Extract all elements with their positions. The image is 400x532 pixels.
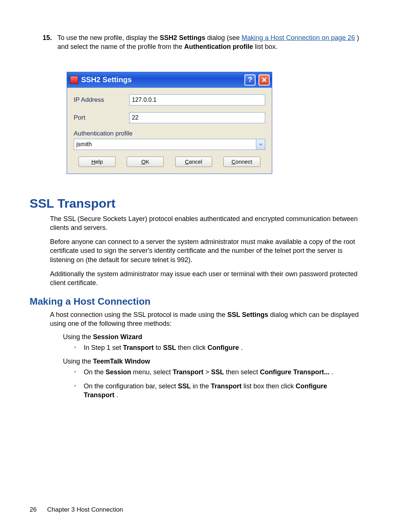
chevron-down-icon (259, 143, 263, 146)
using-teemtalk-window: Using the TeemTalk Window (63, 358, 359, 365)
chapter-label: Chapter 3 Host Connection (47, 506, 123, 513)
step-text: To use the new profile, display the SSH2… (57, 34, 359, 50)
page-number: 26 (30, 506, 37, 513)
using-session-wizard: Using the Session Wizard (63, 333, 359, 341)
connect-button[interactable]: Connect (223, 157, 260, 167)
titlebar-help-button[interactable]: ? (244, 74, 256, 86)
ip-address-input[interactable]: 127.0.0.1 (129, 94, 265, 106)
bullet-step1-configure: In Step 1 set Transport to SSL then clic… (74, 343, 359, 352)
step-15: 15. To use the new profile, display the … (57, 33, 359, 51)
ssl-paragraph-2: Before anyone can connect to a server th… (50, 237, 359, 264)
port-label: Port (74, 114, 129, 121)
link-making-host-connection[interactable]: Making a Host Connection on page 26 (241, 34, 355, 41)
auth-profile-combo[interactable]: jsmith (74, 139, 256, 150)
ok-button[interactable]: OK (127, 157, 164, 167)
ssh2-settings-dialog: SSH2 Settings ? ✕ IP Address 127.0.0.1 P… (67, 72, 272, 174)
making-intro: A host connection using the SSL protocol… (50, 310, 359, 328)
close-icon: ✕ (261, 76, 267, 84)
ssl-paragraph-3: Additionally the system administrator ma… (50, 270, 359, 288)
making-host-connection-heading: Making a Host Connection (30, 296, 370, 307)
step-number: 15. (43, 33, 52, 42)
auth-profile-label: Authentication profile (74, 130, 265, 137)
dialog-title: SSH2 Settings (81, 76, 241, 84)
help-button[interactable]: Help (79, 157, 116, 167)
titlebar-close-button[interactable]: ✕ (259, 74, 270, 86)
bullet-config-bar: On the configuration bar, select SSL in … (74, 382, 359, 400)
port-input[interactable]: 22 (129, 112, 265, 123)
ssl-paragraph-1: The SSL (Secure Sockets Layer) protocol … (50, 214, 359, 232)
page-footer: 26 Chapter 3 Host Connection (30, 506, 123, 513)
question-icon: ? (248, 76, 252, 84)
dialog-titlebar: SSH2 Settings ? ✕ (67, 72, 272, 88)
ip-address-label: IP Address (74, 96, 129, 104)
cancel-button[interactable]: Cancel (175, 157, 212, 167)
auth-profile-dropdown-button[interactable] (256, 139, 265, 150)
app-icon (70, 76, 78, 84)
ssl-transport-heading: SSL Transport (30, 196, 370, 211)
bullet-session-menu: On the Session menu, select Transport > … (74, 368, 359, 377)
